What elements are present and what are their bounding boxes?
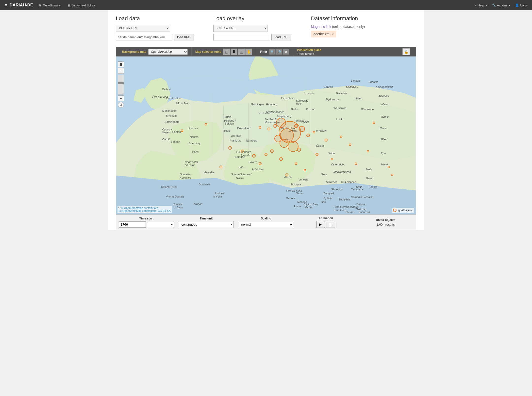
svg-text:Cardiff: Cardiff (162, 138, 171, 141)
map-controls: ☰ + − ↺ (118, 61, 124, 108)
background-map-label: Background map (122, 50, 146, 54)
brand-arrow: ▼ (4, 3, 8, 8)
kml-file-link[interactable]: goethe.kml (314, 32, 330, 36)
load-data-button[interactable]: load KML (174, 34, 194, 40)
svg-text:Hamburg: Hamburg (266, 103, 277, 106)
scaling-select[interactable]: normal (239, 221, 294, 228)
time-unit-group: Time unit continuous (179, 217, 234, 228)
zoom-in-button[interactable]: + (118, 68, 124, 74)
svg-text:Mecklenburg-: Mecklenburg- (265, 118, 282, 121)
svg-text:Nantes: Nantes (190, 135, 199, 138)
svg-text:Cluj-Napoca: Cluj-Napoca (341, 180, 356, 183)
legend-label: goethe.kml (398, 209, 413, 212)
nav-login[interactable]: 👤 Login (515, 3, 528, 7)
svg-text:Bologna: Bologna (291, 183, 301, 186)
nav-datasheet-editor[interactable]: ▦ Datasheet Editor (67, 3, 95, 7)
load-overlay-button[interactable]: load KML (271, 34, 291, 40)
svg-text:y León: y León (175, 206, 183, 209)
osm-link[interactable]: © OpenStreetMap contributors (121, 206, 158, 209)
svg-text:Gdańsk: Gdańsk (323, 85, 333, 88)
svg-text:Кро: Кро (381, 152, 386, 155)
time-start-input[interactable] (119, 221, 146, 228)
zoom-slider[interactable] (118, 75, 124, 94)
svg-text:Brügie: Brügie (223, 115, 231, 118)
load-overlay-url-input[interactable] (213, 34, 270, 40)
zoom-out-button[interactable]: − (118, 95, 124, 101)
load-data-url-input[interactable] (116, 34, 172, 40)
svg-text:Житомир: Житомир (361, 108, 374, 111)
load-data-type-select[interactable]: KML file URL (116, 25, 170, 32)
lock-button[interactable]: 🔒 (402, 48, 410, 55)
filter-zoom-out[interactable]: 🔎 (276, 49, 283, 55)
svg-text:Aquitaine: Aquitaine (180, 176, 191, 179)
time-start-group: Time start (119, 217, 174, 228)
map-wrapper: Background map OpenStreetMap Map selecto… (116, 47, 416, 230)
legend-circle-icon (393, 209, 397, 212)
svg-text:Leipzig: Leipzig (288, 129, 297, 132)
animation-label: Animation (298, 216, 353, 220)
svg-text:Österreich: Österreich (331, 163, 344, 166)
time-unit-label: Time unit (179, 217, 234, 220)
svg-text:Nürnberg: Nürnberg (246, 139, 258, 142)
svg-text:Cymru /: Cymru / (162, 128, 172, 131)
select-rect-tool[interactable]: ⬚ (223, 49, 230, 55)
svg-text:∙Ckonje: ∙Ckonje (345, 211, 354, 214)
svg-text:London: London (171, 140, 180, 143)
svg-text:Slovenko: Slovenko (331, 188, 342, 191)
nav-help[interactable]: ? Help ▾ (475, 3, 487, 7)
map-attribution: © © OpenStreetMap contributors (c) OpenS… (117, 206, 172, 213)
map-area[interactable]: Éire / Ireland Belfast Great Britain Isl… (116, 56, 416, 214)
map-menu-button[interactable]: ☰ (118, 61, 124, 67)
animation-group: Animation ▶ ⏸ (298, 216, 353, 228)
svg-text:Białystok: Białystok (336, 92, 347, 95)
time-start-select[interactable] (147, 221, 174, 228)
svg-text:Aragón: Aragón (193, 202, 202, 205)
time-unit-select[interactable]: continuous (179, 221, 234, 228)
filter-clear[interactable]: ✕ (283, 49, 289, 55)
svg-text:Wrocław: Wrocław (316, 129, 327, 132)
nav-actions[interactable]: 🔧 Actions ▾ (492, 3, 511, 7)
svg-text:la Vella: la Vella (213, 195, 222, 198)
svg-text:Львів: Львів (380, 127, 387, 130)
svg-text:Szczecin: Szczecin (303, 92, 315, 95)
select-freehand-tool[interactable]: ⠿ (231, 49, 237, 55)
svg-text:Vitoria-Gasteiz: Vitoria-Gasteiz (166, 195, 184, 198)
svg-text:Castilla: Castilla (173, 203, 183, 206)
load-data-panel: Load data KML file URL load KML (116, 15, 203, 42)
svg-text:Marino: Marino (305, 206, 313, 209)
svg-text:Wales: Wales (162, 131, 170, 134)
external-link-icon: ↗ (332, 33, 334, 36)
dated-objects-group: Dated objects 1.604 results (358, 218, 413, 226)
bottom-controls: Time start Time unit continuous Scalin (116, 214, 416, 230)
select-pan-tool[interactable]: ✋ (245, 49, 252, 55)
svg-text:Nouvelle-: Nouvelle- (180, 173, 191, 176)
zoom-reset-button[interactable]: ↺ (118, 102, 124, 108)
filter-zoom-in[interactable]: 🔍 (269, 49, 276, 55)
svg-text:Oviedo/Uvièu: Oviedo/Uvièu (161, 185, 178, 188)
svg-text:Shqipëria: Shqipëria (338, 198, 350, 201)
svg-text:Berlin: Berlin (291, 108, 298, 111)
svg-text:Frankfurt: Frankfurt (230, 139, 241, 142)
dated-objects-label: Dated objects (358, 218, 413, 222)
background-map-select[interactable]: OpenStreetMap (148, 49, 188, 55)
svg-text:England: England (172, 130, 182, 133)
svg-text:Беларусь: Беларусь (346, 85, 358, 88)
svg-text:Groningen: Groningen (251, 103, 264, 106)
play-button[interactable]: ▶ (316, 221, 325, 228)
svg-text:România: România (351, 196, 362, 198)
brand-logo[interactable]: ▼ DARIAH-DE (4, 3, 33, 8)
svg-text:Birmingham: Birmingham (165, 120, 180, 123)
load-overlay-type-select[interactable]: KML file URL (213, 25, 267, 32)
select-poly-tool[interactable]: △ (238, 49, 245, 55)
dated-objects-count: 1.604 results (376, 223, 395, 226)
filter-group: Filter 🔍 🔎 ✕ (256, 47, 293, 56)
svg-text:Grand Est: Grand Est (241, 154, 254, 157)
magnetic-link[interactable]: Magnetic link (311, 25, 331, 29)
nav-geo-browser[interactable]: ◉ Geo-Browser (39, 3, 62, 7)
pause-button[interactable]: ⏸ (326, 221, 335, 228)
osm-license-link[interactable]: (c) OpenStreetMap contributors, CC-BY-SA (118, 209, 171, 212)
svg-text:Київ: Київ (356, 97, 361, 100)
svg-text:Belfast: Belfast (162, 88, 171, 91)
svg-text:Roma: Roma (294, 205, 301, 208)
svg-text:Rennes: Rennes (188, 127, 198, 130)
